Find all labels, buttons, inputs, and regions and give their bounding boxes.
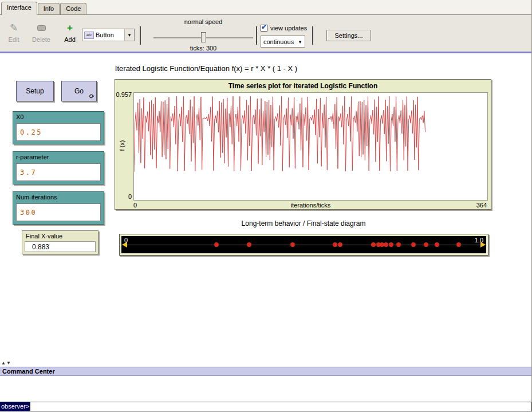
toolbar-separator [312, 26, 313, 45]
plot-x-axis: 0 iterations/ticks 364 [133, 202, 488, 209]
fs-axis-line [121, 245, 486, 245]
chevron-down-icon: ▾ [295, 39, 305, 45]
monitor-value: 0.883 [25, 241, 96, 252]
edit-pencil-icon: ✎ [1, 22, 26, 34]
edit-button[interactable]: ✎ Edit [1, 22, 26, 43]
input-widget-x0: X0 0.25 [13, 111, 104, 144]
final-state-dot [371, 242, 376, 247]
view-updates-checkbox[interactable]: ✔ [261, 25, 267, 32]
plot-y-axis-label: f (x) [119, 128, 127, 163]
input-x0-label: X0 [13, 112, 104, 120]
input-widget-num-iterations: Num-iterations 300 [13, 191, 104, 225]
command-center-splitter[interactable]: ▲▼ [1, 360, 11, 366]
speed-slider-thumb[interactable] [201, 32, 206, 42]
monitor-label: Final X-value [22, 231, 98, 240]
command-input[interactable] [30, 402, 531, 411]
toolbar-separator [256, 26, 257, 45]
command-center-header[interactable]: Command Center [0, 367, 531, 376]
delete-label: Delete [29, 36, 54, 43]
widget-type-dropdown[interactable]: abc Button ▾ [82, 29, 135, 41]
final-state-dot [456, 242, 461, 247]
final-state-dot [435, 242, 439, 247]
right-arrow-icon [480, 242, 486, 248]
final-state-dot [214, 242, 219, 247]
toolbar-separator [140, 26, 141, 45]
update-mode-dropdown[interactable]: continuous ▾ [261, 36, 305, 48]
final-state-diagram: 0 1.0 [119, 234, 488, 256]
forever-arrows-icon: ⟳ [89, 93, 94, 100]
speed-control: normal speed ticks: 300 [150, 18, 257, 50]
setup-button[interactable]: Setup [16, 81, 54, 101]
command-center-output[interactable] [0, 376, 531, 402]
time-series-plot: Time series plot for iterated Logistic F… [115, 79, 491, 210]
input-x0-field[interactable]: 0.25 [16, 123, 101, 141]
edit-label: Edit [1, 36, 26, 43]
left-arrow-icon [122, 242, 127, 248]
button-widget-icon: abc [84, 32, 94, 39]
ticks-counter: ticks: 300 [150, 45, 257, 52]
go-button[interactable]: Go ⟳ [61, 81, 97, 101]
widget-type-value: Button [96, 32, 114, 38]
toolbar: ✎ Edit Delete + Add abc Button ▾ normal … [0, 15, 531, 52]
tab-interface[interactable]: Interface [1, 2, 37, 15]
final-state-dot [290, 242, 295, 247]
go-button-label: Go [74, 87, 84, 95]
delete-icon [29, 22, 54, 34]
final-state-dot [424, 242, 428, 247]
final-state-bar: 0 1.0 [121, 236, 486, 253]
time-series-line [134, 93, 487, 200]
plot-x-max-label: 364 [476, 202, 487, 209]
add-plus-icon: + [57, 22, 82, 34]
plot-y-min-label: 0 [115, 193, 132, 200]
final-state-dot [333, 242, 337, 247]
netlogo-window: Interface Info Code ✎ Edit Delete + Add … [0, 0, 532, 412]
setup-button-label: Setup [26, 87, 44, 95]
tab-info[interactable]: Info [38, 3, 60, 14]
delete-button[interactable]: Delete [29, 22, 54, 43]
input-r-field[interactable]: 3.7 [16, 163, 101, 181]
final-state-dot [396, 242, 401, 247]
tab-code[interactable]: Code [60, 3, 86, 14]
toolbar-divider [0, 52, 531, 53]
final-state-caption: Long-term behavior / Final-state diagram [120, 219, 487, 227]
check-icon: ✔ [261, 23, 267, 31]
view-updates-row: ✔view updates [261, 25, 307, 33]
plot-area [133, 92, 488, 201]
plot-y-max-label: 0.957 [115, 91, 132, 98]
observer-prompt[interactable]: observer> [0, 402, 30, 411]
view-updates-label: view updates [270, 25, 307, 32]
add-button[interactable]: + Add [57, 22, 82, 43]
input-widget-r-parameter: r-parameter 3.7 [13, 151, 104, 185]
speed-label: normal speed [150, 18, 257, 25]
final-state-dot [384, 242, 388, 247]
update-mode-value: continuous [263, 38, 294, 45]
final-state-dot [247, 242, 251, 247]
input-n-label: Num-iterations [13, 192, 104, 201]
input-r-label: r-parameter [13, 152, 104, 160]
tab-bar: Interface Info Code [0, 0, 531, 15]
model-title: Iterated Logistic Function/Equation f(x)… [57, 64, 355, 73]
final-state-dot [338, 242, 342, 247]
plot-title: Time series plot for iterated Logistic F… [115, 82, 491, 90]
add-label: Add [57, 36, 82, 43]
final-state-dot [411, 242, 416, 247]
input-n-field[interactable]: 300 [16, 203, 101, 221]
settings-button[interactable]: Settings... [326, 30, 371, 41]
monitor-final-x-value: Final X-value 0.883 [22, 230, 98, 254]
plot-x-axis-label: iterations/ticks [133, 202, 488, 209]
final-state-dot [389, 242, 393, 247]
chevron-down-icon[interactable]: ▾ [124, 29, 134, 41]
